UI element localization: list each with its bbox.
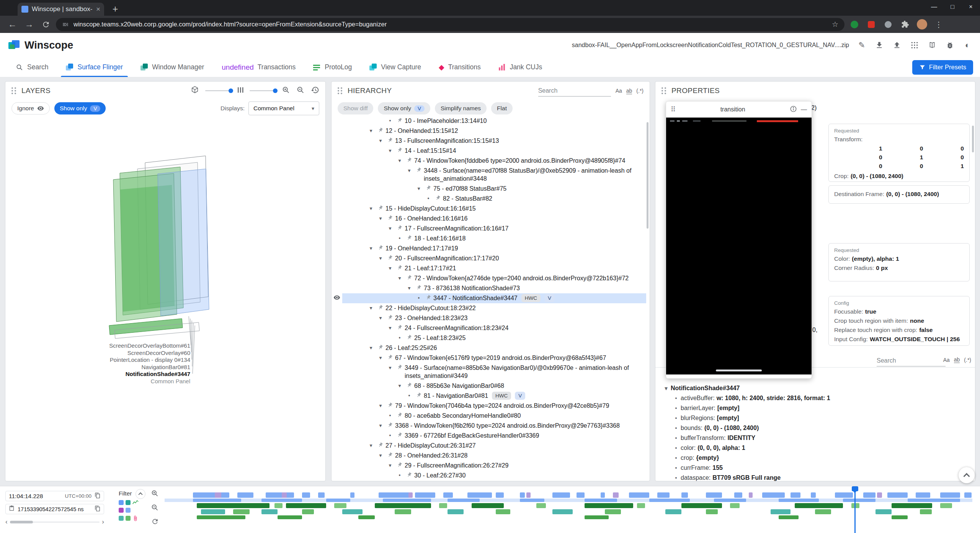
pin-icon[interactable]	[385, 314, 395, 320]
expand-arrow-icon[interactable]: ▾	[366, 344, 376, 352]
tree-node[interactable]: ▾79 - WindowToken{7046b4a type=2024 andr…	[332, 401, 646, 411]
ignore-toggle[interactable]: Ignore	[11, 102, 50, 114]
tree-node[interactable]: ▾74 - WindowToken{fdddbe6 type=2000 andr…	[332, 156, 646, 166]
pin-icon[interactable]	[414, 167, 424, 173]
pin-icon[interactable]	[423, 294, 433, 300]
expand-arrow-icon[interactable]: ▾	[662, 385, 671, 391]
tree-node[interactable]: ▾20 - FullscreenMagnification:17:17#20	[332, 253, 646, 263]
tree-node[interactable]: ▾3449 - Surface(name=885b63e NavigationB…	[332, 363, 646, 381]
collapse-timeline-button[interactable]	[959, 467, 975, 483]
layer-label[interactable]: NavigationBar0#81	[75, 364, 190, 370]
panel-drag-handle-icon[interactable]	[662, 87, 666, 94]
match-word-icon[interactable]: ab	[954, 356, 960, 363]
scroll-left-icon[interactable]: ‹	[5, 518, 8, 526]
property-row[interactable]: •blurRegions:[empty]	[655, 413, 973, 423]
expand-arrow-icon[interactable]: ▾	[405, 167, 414, 175]
pin-icon[interactable]	[395, 147, 405, 153]
screenshot-overlay-window[interactable]: ⠿ transition —	[666, 101, 812, 379]
apps-grid-icon[interactable]	[910, 40, 920, 50]
expand-arrow-icon[interactable]: ▾	[376, 354, 385, 362]
window-maximize-icon[interactable]: □	[943, 0, 962, 14]
pin-icon[interactable]	[376, 304, 385, 310]
filter-simplify-names[interactable]: Simplify names	[435, 102, 487, 114]
timeline-zoom-in-icon[interactable]	[151, 489, 159, 499]
zoom-out-icon[interactable]	[296, 86, 305, 96]
filter-collapse-button[interactable]	[136, 489, 145, 499]
pin-icon[interactable]	[404, 274, 414, 280]
filter-presets-button[interactable]: Filter Presets	[912, 60, 973, 75]
tab-transactions[interactable]: undefinedTransactions	[213, 57, 304, 77]
copy-icon[interactable]	[95, 492, 101, 500]
expand-arrow-icon[interactable]: ▾	[376, 451, 385, 459]
expand-arrow-icon[interactable]: ▾	[366, 304, 376, 312]
url-bar[interactable]: winscope.teams.x20web.corp.google.com/pr…	[56, 18, 844, 31]
forward-icon[interactable]: →	[22, 18, 36, 31]
copy-icon[interactable]	[95, 505, 101, 513]
window-minimize-icon[interactable]: —	[925, 0, 943, 14]
tree-node[interactable]: ▾75 - ed70f88 StatusBar#75	[332, 184, 646, 194]
pin-icon[interactable]	[404, 234, 414, 240]
tree-node[interactable]: ▾73 - 8736138 NotificationShade#73	[332, 283, 646, 293]
tab-window-manager[interactable]: Window Manager	[132, 57, 213, 77]
tab-transitions[interactable]: ◆Transitions	[430, 57, 490, 77]
timeline-zoom-reset-icon[interactable]	[151, 518, 159, 527]
tree-node[interactable]: ▾15 - HideDisplayCutout:16:16#15	[332, 204, 646, 214]
bug-report-icon[interactable]	[945, 40, 955, 50]
tree-node[interactable]: •25 - Leaf:18:23#25	[332, 333, 646, 343]
pin-icon[interactable]	[376, 127, 385, 133]
layers-3d-canvas[interactable]	[5, 117, 326, 481]
match-case-icon[interactable]: Aa	[616, 88, 622, 94]
pin-icon[interactable]	[385, 402, 395, 408]
timeline-canvas[interactable]	[165, 492, 972, 530]
expand-arrow-icon[interactable]: ▾	[385, 147, 395, 155]
3d-view-icon[interactable]	[191, 86, 199, 96]
minimize-overlay-icon[interactable]: —	[801, 106, 807, 113]
expand-arrow-icon[interactable]: ▾	[385, 224, 395, 232]
expand-arrow-icon[interactable]: ▾	[376, 422, 385, 430]
expand-arrow-icon[interactable]: ▾	[366, 441, 376, 450]
extension-green-icon[interactable]	[848, 18, 861, 31]
tree-node[interactable]: ▾23 - OneHanded:18:23#23	[332, 313, 646, 323]
pin-icon[interactable]	[395, 324, 405, 330]
expand-arrow-icon[interactable]: ▾	[395, 157, 404, 165]
pin-icon[interactable]	[433, 195, 443, 201]
dark-mode-icon[interactable]: ◐	[962, 40, 972, 50]
expand-arrow-icon[interactable]: ▾	[376, 402, 385, 410]
zoom-in-icon[interactable]	[282, 86, 290, 96]
match-case-icon[interactable]: Aa	[943, 357, 950, 363]
reset-view-icon[interactable]	[311, 86, 319, 96]
property-row[interactable]: •barrierLayer:[empty]	[655, 403, 973, 413]
pin-icon[interactable]	[385, 254, 395, 260]
filter-show-only[interactable]: Show onlyV	[378, 102, 430, 114]
timeline-hscrollbar[interactable]: ‹ ›	[5, 518, 104, 525]
expand-arrow-icon[interactable]: ▾	[376, 137, 385, 145]
tree-node[interactable]: ▾17 - FullscreenMagnification:16:16#17	[332, 224, 646, 234]
tree-node[interactable]: ▾14 - Leaf:15:15#14	[332, 146, 646, 156]
timeline-cursor[interactable]	[854, 486, 856, 533]
tree-node[interactable]: •3369 - 67726bf EdgeBackGestureHandler0#…	[332, 431, 646, 441]
tree-node[interactable]: •30 - Leaf:26:27#30	[332, 471, 646, 480]
new-tab-button[interactable]: +	[109, 3, 121, 15]
pin-icon[interactable]	[395, 412, 405, 418]
pin-icon[interactable]	[376, 344, 385, 350]
timeline-zoom-out-icon[interactable]	[151, 504, 159, 513]
documentation-book-icon[interactable]	[927, 40, 937, 50]
back-icon[interactable]: ←	[5, 18, 19, 31]
expand-arrow-icon[interactable]: ▾	[385, 264, 395, 272]
tree-node[interactable]: •82 - StatusBar#82	[332, 194, 646, 204]
browser-tab[interactable]: Winscope | sandbox-FAI ×	[18, 3, 104, 16]
tree-node[interactable]: ▾13 - FullscreenMagnification:15:15#13	[332, 136, 646, 146]
tree-node[interactable]: ▾19 - OneHanded:17:17#19	[332, 244, 646, 253]
layer-label[interactable]: PointerLocation - display 0#134	[75, 356, 190, 363]
expand-arrow-icon[interactable]: ▾	[366, 244, 376, 252]
pin-icon[interactable]	[404, 334, 414, 340]
tree-node[interactable]: ▾29 - FullscreenMagnification:26:27#29	[332, 461, 646, 471]
download-icon[interactable]	[874, 40, 884, 50]
displays-select[interactable]: Common Panel ▾	[248, 101, 319, 115]
edit-pencil-icon[interactable]: ✎	[857, 40, 867, 50]
pin-icon[interactable]	[385, 214, 395, 221]
pin-icon[interactable]	[404, 471, 414, 477]
drag-dots-icon[interactable]: ⠿	[671, 105, 676, 114]
pin-icon[interactable]	[385, 451, 395, 458]
pin-icon[interactable]	[385, 354, 395, 360]
